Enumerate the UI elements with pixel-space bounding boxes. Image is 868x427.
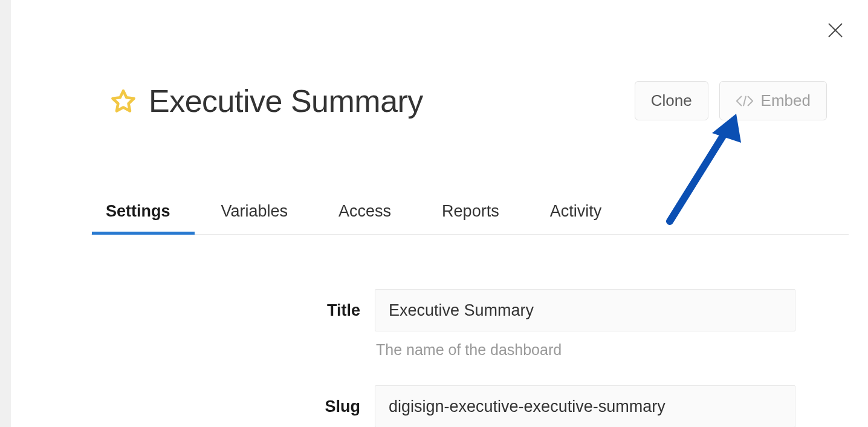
embed-button-label: Embed: [761, 91, 811, 110]
close-icon: [827, 22, 844, 39]
favorite-star-button[interactable]: [110, 88, 137, 114]
embed-button[interactable]: Embed: [719, 81, 827, 120]
tab-variables[interactable]: Variables: [196, 194, 314, 234]
slug-row: Slug: [91, 385, 795, 427]
title-help-text: The name of the dashboard: [375, 335, 795, 359]
clone-button[interactable]: Clone: [635, 81, 708, 120]
settings-form: Title The name of the dashboard Slug: [91, 289, 795, 427]
page-title: Executive Summary: [149, 83, 623, 119]
title-input[interactable]: [375, 289, 795, 331]
tab-reports[interactable]: Reports: [416, 194, 525, 234]
code-icon: [736, 94, 754, 108]
slug-label: Slug: [91, 397, 375, 416]
header-actions: Clone Embed: [635, 81, 827, 120]
title-help-row: The name of the dashboard: [91, 335, 795, 359]
header-row: Executive Summary Clone Embed: [110, 81, 827, 120]
clone-button-label: Clone: [651, 91, 692, 110]
title-label: Title: [91, 301, 375, 320]
title-row: Title: [91, 289, 795, 331]
tab-access[interactable]: Access: [313, 194, 416, 234]
dashboard-settings-panel: Executive Summary Clone Embed Settings V…: [11, 0, 868, 427]
close-button[interactable]: [823, 18, 847, 42]
tab-activity[interactable]: Activity: [525, 194, 627, 234]
slug-input[interactable]: [375, 385, 795, 427]
tab-settings[interactable]: Settings: [91, 194, 196, 234]
modal-backdrop-edge: [0, 0, 11, 427]
tabs: Settings Variables Access Reports Activi…: [91, 194, 849, 235]
star-icon: [110, 88, 137, 114]
